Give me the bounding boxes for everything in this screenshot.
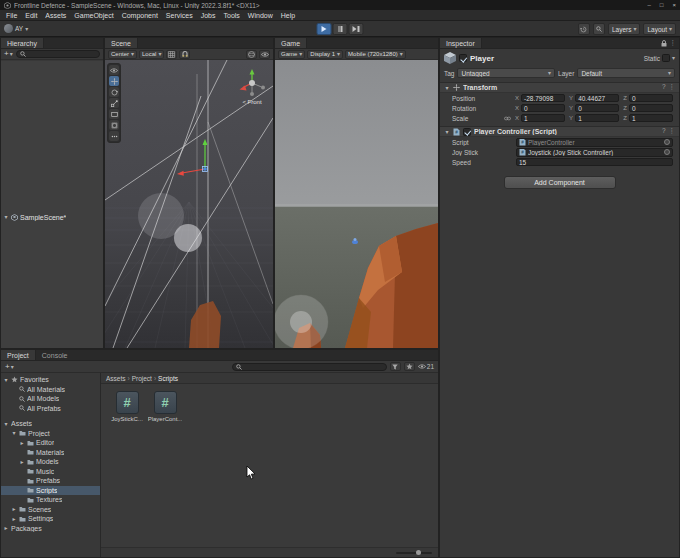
player-controller-header[interactable]: ▾ # Player Controller (Script) ? ⋮	[440, 126, 679, 137]
asset-playercont[interactable]: #PlayerCont...	[147, 391, 183, 422]
expand-arrow[interactable]: ▾	[444, 129, 450, 135]
transform-rotation-z-input[interactable]: 0	[629, 104, 673, 113]
menu-help[interactable]: Help	[277, 12, 299, 19]
transform-position-x-input[interactable]: -28.79098	[521, 94, 565, 103]
menu-window[interactable]: Window	[244, 12, 277, 19]
add-component-button[interactable]: Add Component	[504, 176, 616, 189]
layout-dropdown[interactable]: Layout ▾	[643, 23, 676, 35]
tab-inspector[interactable]: Inspector	[440, 38, 482, 48]
create-asset-button[interactable]: + ▾	[5, 363, 14, 371]
rotate-tool[interactable]	[109, 87, 119, 97]
lock-icon[interactable]	[661, 40, 667, 47]
snap-icon[interactable]	[179, 50, 190, 59]
transform-scale-z-input[interactable]: 1	[629, 114, 673, 123]
tab-scene[interactable]: Scene	[105, 38, 138, 48]
value-input-speed[interactable]: 15	[516, 158, 673, 167]
transform-scale-y-input[interactable]: 1	[575, 114, 619, 123]
kebab-menu-icon[interactable]: ⋮	[669, 84, 676, 91]
menu-services[interactable]: Services	[162, 12, 197, 19]
hierarchy-search-input[interactable]	[16, 50, 100, 58]
project-search-input[interactable]	[232, 363, 387, 371]
game-mode-dropdown[interactable]: Game ▾	[278, 50, 305, 59]
gameobject-name-field[interactable]: Player	[470, 54, 641, 63]
expand-arrow[interactable]: ▸	[3, 525, 9, 531]
project-tree-item-scripts[interactable]: Scripts	[1, 486, 100, 496]
help-icon[interactable]: ?	[662, 128, 666, 135]
maximize-button[interactable]: □	[660, 2, 664, 8]
static-checkbox[interactable]	[662, 54, 670, 62]
expand-arrow[interactable]: ▸	[11, 506, 17, 512]
project-tree-item-prefabs[interactable]: Prefabs	[1, 476, 100, 486]
scene-viewport[interactable]: < Front	[105, 60, 273, 348]
project-tree-item-assets[interactable]: ▾Assets	[1, 419, 100, 429]
breadcrumb-project[interactable]: Project	[132, 375, 152, 382]
object-field-joy-stick[interactable]: #Joystick (Joy Stick Controller)	[516, 148, 673, 157]
component-enabled-checkbox[interactable]	[463, 128, 471, 136]
expand-arrow[interactable]: ▾	[3, 214, 9, 220]
move-tool[interactable]	[109, 76, 119, 86]
expand-arrow[interactable]: ▸	[19, 440, 25, 446]
search-icon[interactable]	[593, 23, 605, 35]
handle-position-dropdown[interactable]: Center ▾	[108, 50, 137, 59]
resolution-dropdown[interactable]: Mobile (720x1280) ▾	[345, 50, 406, 59]
camera-settings-icon[interactable]	[246, 50, 257, 59]
handle-rotation-dropdown[interactable]: Local ▾	[139, 50, 164, 59]
tab-hierarchy[interactable]: Hierarchy	[1, 38, 44, 48]
project-tree-item-settings[interactable]: ▸Settings	[1, 514, 100, 524]
favorites-star-icon[interactable]	[404, 362, 415, 371]
tag-dropdown[interactable]: Untagged ▾	[457, 68, 555, 78]
project-tree-item-all-prefabs[interactable]: All Prefabs	[1, 404, 100, 414]
transform-position-y-input[interactable]: 40.44627	[575, 94, 619, 103]
project-tree-item-textures[interactable]: Textures	[1, 495, 100, 505]
tab-game[interactable]: Game	[275, 38, 307, 48]
project-tree-item-scenes[interactable]: ▸Scenes	[1, 505, 100, 515]
minimize-button[interactable]: –	[648, 2, 651, 8]
orientation-label[interactable]: < Front	[242, 99, 261, 105]
tab-project[interactable]: Project	[1, 350, 36, 360]
filter-icon[interactable]	[390, 362, 401, 371]
rect-tool[interactable]	[109, 109, 119, 119]
breadcrumb-assets[interactable]: Assets	[106, 375, 126, 382]
expand-arrow[interactable]: ▾	[444, 85, 450, 91]
breadcrumb-scripts[interactable]: Scripts	[158, 375, 178, 382]
transform-component-header[interactable]: ▾ Transform ? ⋮	[440, 82, 679, 93]
tab-console[interactable]: Console	[36, 350, 74, 360]
kebab-menu-icon[interactable]: ⋮	[670, 40, 677, 47]
active-checkbox[interactable]	[459, 54, 467, 62]
object-picker-icon[interactable]	[664, 149, 670, 155]
create-object-button[interactable]: + ▾	[4, 50, 13, 58]
account-button[interactable]: AY ▾	[4, 24, 28, 33]
project-tree-item-models[interactable]: ▸Models	[1, 457, 100, 467]
menu-file[interactable]: File	[2, 12, 21, 19]
project-tree-item-editor[interactable]: ▸Editor	[1, 438, 100, 448]
link-scale-icon[interactable]	[504, 116, 511, 121]
help-icon[interactable]: ?	[662, 84, 666, 91]
more-tools[interactable]	[109, 131, 119, 141]
object-field-script[interactable]: #PlayerController	[516, 138, 673, 147]
expand-arrow[interactable]: ▾	[11, 430, 17, 436]
menu-gameobject[interactable]: GameObject	[70, 12, 117, 19]
grid-visibility-icon[interactable]	[166, 50, 177, 59]
transform-rotation-x-input[interactable]: 0	[521, 104, 565, 113]
joystick-ui-overlay[interactable]	[275, 295, 328, 348]
kebab-menu-icon[interactable]: ⋮	[669, 128, 676, 135]
scene-header-samplescene[interactable]: ▾SampleScene*	[1, 61, 103, 348]
expand-arrow[interactable]: ▾	[3, 377, 9, 383]
menu-tools[interactable]: Tools	[220, 12, 244, 19]
asset-joystickc[interactable]: #JoyStickC...	[109, 391, 145, 422]
transform-position-z-input[interactable]: 0	[629, 94, 673, 103]
gizmos-toggle-icon[interactable]	[259, 50, 270, 59]
scale-tool[interactable]	[109, 98, 119, 108]
menu-jobs[interactable]: Jobs	[197, 12, 220, 19]
project-tree-item-favorites[interactable]: ▾Favorites	[1, 375, 100, 385]
undo-history-icon[interactable]	[578, 23, 590, 35]
menu-assets[interactable]: Assets	[41, 12, 70, 19]
transform-scale-x-input[interactable]: 1	[521, 114, 565, 123]
project-tree-item-project[interactable]: ▾Project	[1, 429, 100, 439]
project-tree-item-packages[interactable]: ▸Packages	[1, 524, 100, 534]
static-caret-icon[interactable]: ▾	[672, 55, 675, 61]
object-picker-icon[interactable]	[664, 139, 670, 145]
close-button[interactable]: ×	[672, 2, 676, 8]
project-tree-item-materials[interactable]: Materials	[1, 448, 100, 458]
hidden-packages-toggle[interactable]: 21	[418, 363, 434, 370]
